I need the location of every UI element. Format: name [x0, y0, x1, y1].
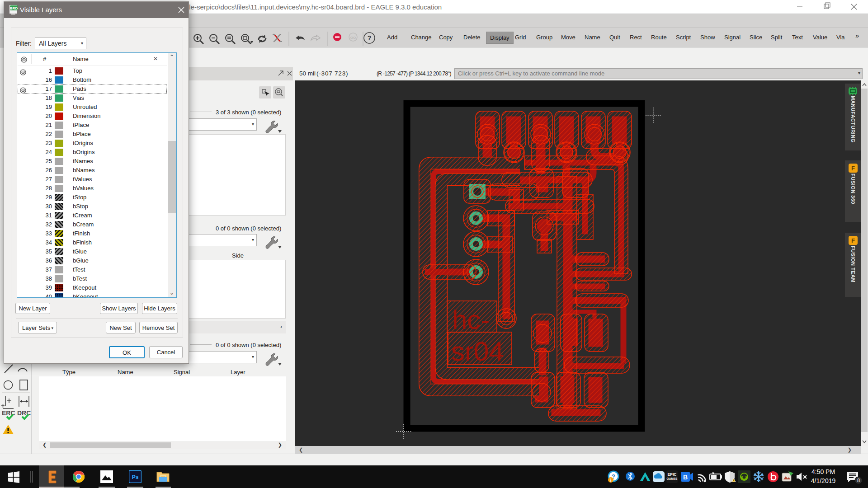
svg-text:Ps: Ps	[132, 474, 139, 480]
svg-text:?: ?	[368, 34, 372, 42]
svg-text:F: F	[851, 237, 855, 244]
svg-text:GO: GO	[350, 36, 356, 40]
svg-text:B: B	[683, 474, 688, 481]
svg-text:DRC: DRC	[17, 409, 31, 417]
svg-text:8: 8	[857, 478, 860, 483]
svg-text:BRD: BRD	[10, 6, 18, 10]
svg-text:i: i	[610, 478, 612, 483]
svg-text:EPIC: EPIC	[668, 472, 677, 477]
svg-text:sr04: sr04	[451, 336, 504, 366]
svg-text:hc-: hc-	[452, 305, 490, 335]
svg-text:F: F	[851, 165, 855, 172]
svg-text:GAMES: GAMES	[667, 477, 678, 480]
